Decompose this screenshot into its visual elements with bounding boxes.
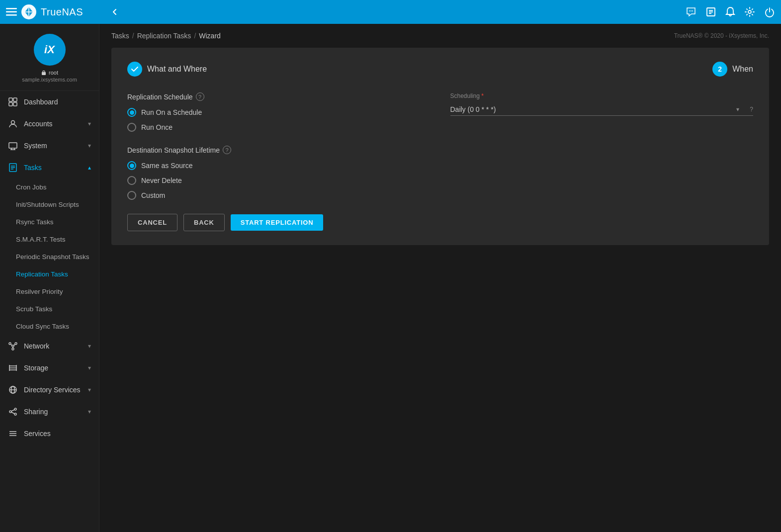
sidebar-item-directory-services[interactable]: Directory Services ▾ bbox=[0, 379, 99, 401]
start-replication-button[interactable]: START REPLICATION bbox=[231, 214, 324, 231]
sidebar-item-resilver-priority[interactable]: Resilver Priority bbox=[0, 283, 99, 300]
tasks-arrow-icon: ▴ bbox=[88, 164, 91, 171]
svg-rect-13 bbox=[9, 98, 12, 101]
truenas-logo-icon bbox=[21, 4, 37, 20]
scheduling-select[interactable]: Daily (0 0 * * *) Weekly (0 0 * * 0) Mon… bbox=[450, 105, 754, 113]
sidebar-item-storage[interactable]: Storage ▾ bbox=[0, 357, 99, 379]
step1-label: What and Where bbox=[147, 65, 207, 74]
sidebar-item-sharing[interactable]: Sharing ▾ bbox=[0, 401, 99, 423]
lock-icon bbox=[41, 70, 47, 76]
run-once-radio[interactable] bbox=[127, 123, 136, 132]
network-icon bbox=[8, 342, 18, 351]
sharing-icon bbox=[8, 407, 18, 416]
directory-services-icon bbox=[8, 385, 18, 394]
replication-schedule-radio-group: Run On a Schedule Run Once bbox=[127, 108, 431, 132]
sidebar-item-rsync-tasks[interactable]: Rsync Tasks bbox=[0, 213, 99, 231]
sharing-arrow-icon: ▾ bbox=[88, 408, 91, 415]
tasks-icon[interactable] bbox=[705, 6, 716, 17]
scheduling-help-icon[interactable]: ? bbox=[750, 106, 753, 113]
never-delete-radio[interactable] bbox=[127, 176, 136, 185]
topbar-icons bbox=[686, 6, 775, 17]
breadcrumb-bar: Tasks / Replication Tasks / Wizard TrueN… bbox=[99, 24, 781, 48]
svg-rect-16 bbox=[13, 102, 17, 106]
svg-point-43 bbox=[14, 413, 16, 415]
sidebar-item-system[interactable]: System ▾ bbox=[0, 135, 99, 157]
scheduling-select-wrapper: Daily (0 0 * * *) Weekly (0 0 * * 0) Mon… bbox=[450, 101, 754, 116]
never-delete-option[interactable]: Never Delete bbox=[127, 176, 431, 185]
sidebar-item-accounts[interactable]: Accounts ▾ bbox=[0, 113, 99, 135]
same-as-source-radio[interactable] bbox=[127, 161, 136, 170]
breadcrumb: Tasks / Replication Tasks / Wizard bbox=[111, 32, 221, 40]
svg-rect-15 bbox=[9, 102, 12, 106]
breadcrumb-tasks[interactable]: Tasks bbox=[111, 32, 129, 40]
breadcrumb-replication-tasks[interactable]: Replication Tasks bbox=[137, 32, 191, 40]
sidebar-item-cron-jobs[interactable]: Cron Jobs bbox=[0, 178, 99, 196]
network-arrow-icon: ▾ bbox=[88, 343, 91, 350]
accounts-icon bbox=[8, 119, 18, 128]
svg-line-45 bbox=[11, 412, 14, 414]
run-on-schedule-radio[interactable] bbox=[127, 108, 136, 117]
svg-point-17 bbox=[11, 121, 15, 124]
wizard-card: What and Where 2 When Replication Schedu… bbox=[111, 48, 769, 245]
form-left: Replication Schedule ? Run On a Schedule bbox=[127, 92, 431, 200]
alerts-icon[interactable] bbox=[725, 6, 735, 17]
content-area: Tasks / Replication Tasks / Wizard TrueN… bbox=[99, 24, 781, 532]
step1-circle bbox=[127, 62, 142, 77]
sidebar-item-cloud-sync-tasks[interactable]: Cloud Sync Tasks bbox=[0, 318, 99, 335]
sidebar-item-dashboard[interactable]: Dashboard bbox=[0, 91, 99, 113]
step2-label: When bbox=[732, 65, 753, 74]
svg-rect-12 bbox=[42, 72, 46, 75]
run-once-option[interactable]: Run Once bbox=[127, 123, 431, 132]
hamburger-button[interactable] bbox=[6, 8, 17, 16]
back-button[interactable]: BACK bbox=[183, 214, 225, 231]
sidebar-item-services[interactable]: Services bbox=[0, 423, 99, 444]
breadcrumb-wizard: Wizard bbox=[199, 32, 221, 40]
topbar: TrueNAS bbox=[0, 0, 781, 24]
svg-line-30 bbox=[11, 345, 12, 346]
replication-schedule-label: Replication Schedule ? bbox=[127, 92, 431, 101]
power-icon[interactable] bbox=[764, 6, 775, 17]
sidebar-item-init-shutdown[interactable]: Init/Shutdown Scripts bbox=[0, 196, 99, 213]
same-as-source-option[interactable]: Same as Source bbox=[127, 161, 431, 170]
cancel-button[interactable]: CANCEL bbox=[127, 214, 177, 231]
sidebar-item-periodic-snapshot[interactable]: Periodic Snapshot Tasks bbox=[0, 248, 99, 266]
sidebar-label-dashboard: Dashboard bbox=[24, 98, 91, 106]
sidebar-item-tasks[interactable]: Tasks ▴ bbox=[0, 157, 99, 178]
svg-line-44 bbox=[11, 410, 14, 411]
destination-snapshot-help-icon[interactable]: ? bbox=[223, 146, 231, 154]
breadcrumb-sep-2: / bbox=[194, 32, 196, 40]
sidebar-item-scrub-tasks[interactable]: Scrub Tasks bbox=[0, 300, 99, 318]
run-on-schedule-label: Run On a Schedule bbox=[141, 108, 202, 116]
custom-option[interactable]: Custom bbox=[127, 191, 431, 200]
svg-point-29 bbox=[12, 348, 14, 350]
form-row: Replication Schedule ? Run On a Schedule bbox=[127, 92, 753, 200]
destination-snapshot-label: Destination Snapshot Lifetime ? bbox=[127, 146, 431, 154]
sidebar-item-replication-tasks[interactable]: Replication Tasks bbox=[0, 266, 99, 283]
sidebar-item-network[interactable]: Network ▾ bbox=[0, 335, 99, 357]
wizard-step1: What and Where bbox=[127, 62, 207, 77]
svg-point-26 bbox=[12, 345, 14, 347]
copyright-text: TrueNAS® © 2020 - iXsystems, Inc. bbox=[674, 32, 769, 39]
scheduling-field: Scheduling * Daily (0 0 * * *) Weekly (0… bbox=[450, 92, 754, 116]
button-row: CANCEL BACK START REPLICATION bbox=[127, 214, 753, 231]
sidebar-item-smart-tests[interactable]: S.M.A.R.T. Tests bbox=[0, 231, 99, 248]
svg-point-27 bbox=[9, 343, 11, 345]
svg-point-11 bbox=[748, 10, 751, 13]
svg-point-5 bbox=[691, 10, 692, 11]
settings-icon[interactable] bbox=[744, 6, 755, 17]
custom-radio[interactable] bbox=[127, 191, 136, 200]
svg-point-4 bbox=[689, 10, 690, 11]
username: root bbox=[49, 70, 58, 76]
sidebar-collapse-button[interactable] bbox=[111, 8, 118, 15]
wizard-header: What and Where 2 When bbox=[127, 62, 753, 77]
svg-point-28 bbox=[15, 343, 17, 345]
run-on-schedule-option[interactable]: Run On a Schedule bbox=[127, 108, 431, 117]
sidebar: iX root sample.ixsystems.com bbox=[0, 24, 99, 532]
run-once-label: Run Once bbox=[141, 123, 173, 131]
system-arrow-icon: ▾ bbox=[88, 142, 91, 149]
svg-rect-1 bbox=[6, 11, 17, 13]
logo-area: TrueNAS bbox=[6, 4, 105, 20]
replication-schedule-help-icon[interactable]: ? bbox=[196, 92, 204, 101]
dashboard-icon bbox=[8, 97, 18, 106]
feedback-icon[interactable] bbox=[686, 6, 696, 17]
